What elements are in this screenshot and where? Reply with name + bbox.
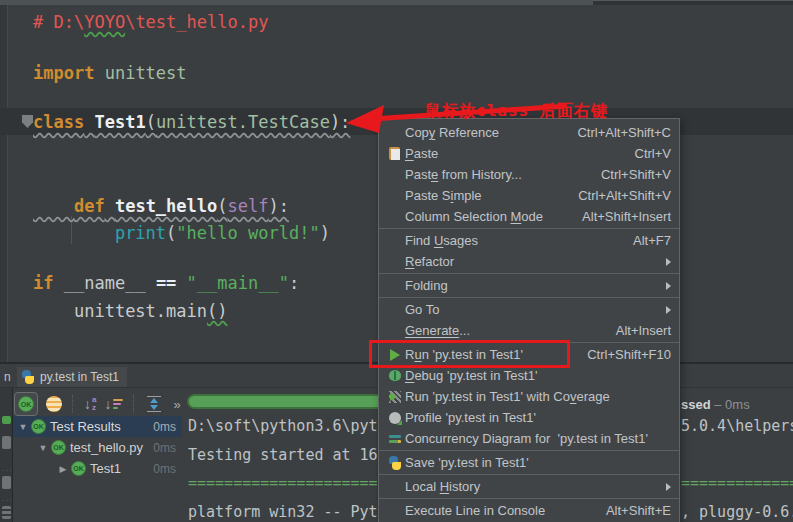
editor-context-menu: Copy ReferenceCtrl+Alt+Shift+CPasteCtrl+… — [378, 118, 680, 522]
code-token — [33, 196, 74, 216]
code-token: == — [156, 273, 176, 293]
code-token — [146, 273, 156, 293]
console-line: Testing started at 16 — [188, 446, 378, 464]
menu-item-refactor[interactable]: Refactor — [379, 251, 679, 272]
submenu-arrow-icon — [666, 282, 671, 290]
code-token: "hello world!" — [176, 223, 319, 243]
menu-item-find-usages[interactable]: Find UsagesAlt+F7 — [379, 230, 679, 251]
console-line: platform win32 -- Pyt — [188, 503, 378, 521]
code-token — [53, 273, 63, 293]
menu-item-label: Local History — [405, 479, 480, 494]
code-token: YOYO — [84, 12, 125, 32]
menu-item-generate[interactable]: Generate...Alt+Insert — [379, 320, 679, 341]
run-tab-pytest-in-test1[interactable]: py.test in Test1 — [17, 367, 127, 387]
menu-item-shortcut: Ctrl+Alt+Shift+C — [577, 125, 671, 140]
submenu-arrow-icon — [666, 258, 671, 266]
code-line: print("hello world!") — [33, 223, 330, 243]
menu-item-label: Folding — [405, 278, 448, 293]
menu-item-execute-line-in-console[interactable]: Execute Line in ConsoleAlt+Shift+E — [379, 500, 679, 521]
tree-expand-icon[interactable]: ▼ — [17, 422, 29, 432]
menu-item-debug-pytest-in-test1[interactable]: Debug 'py.test in Test1' — [379, 365, 679, 386]
test-passed-icon: OK — [51, 440, 66, 455]
menu-separator — [379, 228, 679, 229]
menu-item-save-pytest-in-test1[interactable]: Save 'py.test in Test1' — [379, 452, 679, 473]
menu-item-shortcut: Alt+F7 — [633, 233, 671, 248]
expand-collapse-button[interactable] — [147, 396, 161, 412]
side-icon[interactable] — [2, 476, 11, 489]
code-token — [176, 273, 186, 293]
menu-item-label: Copy Reference — [405, 125, 499, 140]
arrow-down-icon: ↓ — [104, 396, 111, 412]
toolbar-separator — [133, 395, 135, 413]
code-token: unittest.main — [74, 301, 207, 321]
sort-alphabetically-button[interactable]: ↓ az — [84, 396, 96, 412]
code-line: def test_hello(self): — [33, 196, 289, 216]
code-token: ): — [268, 196, 288, 216]
code-token: "__main__" — [187, 273, 289, 293]
menu-item-run-pytest-with-coverage[interactable]: Run 'py.test in Test1' with Coverage — [379, 386, 679, 407]
code-token: if — [33, 273, 53, 293]
dots: ··· — [2, 496, 13, 505]
test-runner-toolbar: OK ↓ az ↓ » — [14, 391, 187, 417]
show-ignored-toggle[interactable] — [46, 396, 62, 412]
menu-item-profile-pytest-in-test1[interactable]: Profile 'py.test in Test1' — [379, 407, 679, 428]
more-actions-chevron[interactable]: » — [173, 397, 180, 412]
tree-row-test-results[interactable]: ▼OKTest Results0ms — [13, 416, 182, 437]
submenu-arrow-icon — [666, 306, 671, 314]
console-line: ===================== — [188, 474, 378, 492]
code-token: import — [33, 63, 94, 83]
menu-item-concurrency-diagram[interactable]: Concurrency Diagram for 'py.test in Test… — [379, 428, 679, 449]
menu-item-paste-simple[interactable]: Paste SimpleCtrl+Alt+Shift+V — [379, 185, 679, 206]
code-token: self — [228, 196, 269, 216]
tree-expand-icon[interactable]: ▼ — [37, 443, 49, 453]
tree-node-duration: 0ms — [153, 420, 176, 434]
console-line: D:\soft\python3.6\pyt — [188, 417, 378, 435]
menu-item-label: Save 'py.test in Test1' — [405, 455, 529, 470]
code-token — [105, 196, 115, 216]
code-line: if __name__ == "__main__": — [33, 273, 299, 293]
menu-item-paste-from-history[interactable]: Paste from History...Ctrl+Shift+V — [379, 164, 679, 185]
code-token: ) — [320, 223, 330, 243]
sort-by-duration-button[interactable]: ↓ — [104, 396, 123, 412]
menu-item-label: Paste — [405, 146, 438, 161]
menu-item-shortcut: Alt+Insert — [616, 323, 671, 338]
console-line: , pluggy-0.6. — [681, 503, 793, 521]
tree-expand-icon[interactable]: ▶ — [57, 464, 69, 474]
code-token: test_hello — [115, 196, 217, 216]
menu-item-local-history[interactable]: Local History — [379, 476, 679, 497]
code-token: : — [289, 273, 299, 293]
menu-item-label: Find Usages — [405, 233, 478, 248]
menu-item-paste[interactable]: PasteCtrl+V — [379, 143, 679, 164]
stop-icon[interactable] — [2, 436, 11, 449]
code-token: class — [33, 112, 84, 132]
tree-node-duration: 0ms — [153, 441, 176, 455]
menu-item-label: Column Selection Mode — [405, 209, 543, 224]
settings-grid-icon[interactable] — [2, 506, 11, 519]
tree-row-test1[interactable]: ▶OKTest10ms — [13, 458, 182, 479]
menu-item-label: Profile 'py.test in Test1' — [405, 410, 536, 425]
code-token: ( — [217, 196, 227, 216]
menu-item-column-selection-mode[interactable]: Column Selection ModeAlt+Shift+Insert — [379, 206, 679, 227]
menu-item-shortcut: Ctrl+Shift+V — [601, 167, 671, 182]
code-token: # D:\ — [33, 12, 84, 32]
code-token: unittest — [105, 63, 187, 83]
code-token: __name__ — [64, 273, 146, 293]
menu-item-copy-reference[interactable]: Copy ReferenceCtrl+Alt+Shift+C — [379, 122, 679, 143]
menu-separator — [379, 273, 679, 274]
rerun-icon[interactable] — [2, 416, 11, 424]
menu-separator — [379, 498, 679, 499]
run-tab-label: py.test in Test1 — [40, 370, 119, 384]
hide-passed-toggle[interactable]: OK — [14, 392, 38, 416]
test-status-text: ssed – 0ms — [681, 397, 750, 412]
menu-item-go-to[interactable]: Go To — [379, 299, 679, 320]
tree-node-duration: 0ms — [153, 462, 176, 476]
arrow-down-icon: ↓ — [84, 396, 91, 412]
code-token: \test_hello.py — [125, 12, 268, 32]
menu-item-folding[interactable]: Folding — [379, 275, 679, 296]
code-line: # D:\YOYO\test_hello.py — [33, 12, 268, 32]
menu-item-label: Paste from History... — [405, 167, 522, 182]
toolbar-separator — [72, 395, 74, 413]
menu-item-label: Debug 'py.test in Test1' — [405, 368, 537, 383]
tree-row-test-hello-py[interactable]: ▼OKtest_hello.py0ms — [13, 437, 182, 458]
paste-icon — [384, 147, 405, 160]
